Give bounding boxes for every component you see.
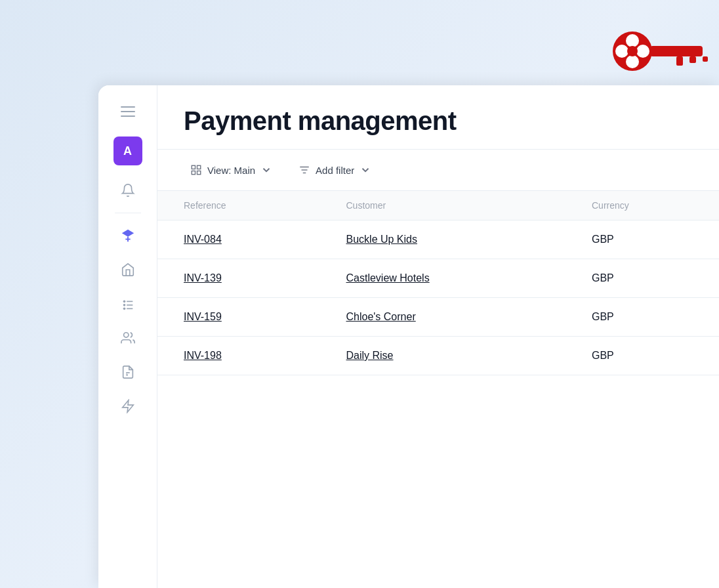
svg-marker-10 (121, 230, 133, 237)
svg-point-3 (615, 45, 628, 58)
sidebar-item-invoices[interactable]: £ (113, 358, 142, 387)
customer-link[interactable]: Daily Rise (346, 350, 394, 361)
cell-currency: GBP (579, 220, 719, 259)
view-selector[interactable]: View: Main (184, 160, 279, 180)
filter-chevron-icon (360, 164, 371, 176)
svg-point-13 (123, 301, 125, 303)
cell-customer: Chloe's Corner (333, 298, 579, 337)
cell-customer: Castleview Hotels (333, 259, 579, 298)
svg-rect-6 (650, 46, 703, 56)
col-header-currency: Currency (579, 191, 719, 220)
app-window: A (98, 85, 719, 588)
table-toolbar: View: Main Add filter (157, 150, 719, 191)
cell-currency: GBP (579, 259, 719, 298)
customer-link[interactable]: Chloe's Corner (346, 311, 416, 322)
notification-icon[interactable] (113, 176, 142, 205)
svg-rect-8 (689, 56, 696, 63)
svg-point-5 (627, 46, 638, 56)
cell-customer: Buckle Up Kids (333, 220, 579, 259)
filter-label: Add filter (316, 165, 354, 176)
reference-link[interactable]: INV-159 (184, 311, 222, 322)
reference-link[interactable]: INV-139 (184, 272, 222, 284)
cell-currency: GBP (579, 337, 719, 375)
page-header: Payment management (157, 85, 719, 150)
cell-reference: INV-198 (157, 337, 333, 375)
payments-table: Reference Customer Currency INV-084Buckl… (157, 191, 719, 375)
svg-rect-7 (676, 56, 683, 66)
table-row: INV-139Castleview HotelsGBP (157, 259, 719, 298)
svg-marker-23 (122, 400, 133, 412)
main-content: Payment management View: Main (157, 85, 719, 588)
svg-point-1 (626, 34, 639, 47)
svg-rect-9 (703, 56, 708, 62)
table-row: INV-159Chloe's CornerGBP (157, 298, 719, 337)
add-filter-button[interactable]: Add filter (292, 160, 378, 180)
cell-customer: Daily Rise (333, 337, 579, 375)
sidebar-item-lightning[interactable] (113, 392, 142, 421)
col-header-customer: Customer (333, 191, 579, 220)
reference-link[interactable]: INV-198 (184, 350, 222, 361)
table-row: INV-084Buckle Up KidsGBP (157, 220, 719, 259)
sidebar-item-home[interactable] (113, 255, 142, 284)
sidebar-divider-1 (115, 213, 141, 213)
view-label: View: Main (207, 165, 255, 176)
svg-point-17 (123, 308, 125, 310)
col-header-reference: Reference (157, 191, 333, 220)
reference-link[interactable]: INV-084 (184, 234, 222, 245)
view-icon (190, 164, 202, 176)
avatar[interactable]: A (113, 136, 142, 165)
svg-rect-26 (192, 171, 195, 175)
key-icon (607, 26, 712, 81)
svg-point-2 (626, 55, 639, 68)
sidebar-item-contacts[interactable] (113, 324, 142, 352)
cell-currency: GBP (579, 298, 719, 337)
menu-button[interactable] (115, 98, 141, 125)
customer-link[interactable]: Buckle Up Kids (346, 234, 418, 245)
svg-point-15 (123, 304, 125, 306)
sidebar-item-tasks[interactable] (113, 289, 142, 318)
cell-reference: INV-084 (157, 220, 333, 259)
sidebar: A (98, 85, 157, 588)
customer-link[interactable]: Castleview Hotels (346, 272, 430, 284)
svg-point-19 (123, 333, 128, 337)
table-row: INV-198Daily RiseGBP (157, 337, 719, 375)
svg-rect-27 (197, 171, 201, 175)
cell-reference: INV-139 (157, 259, 333, 298)
cell-reference: INV-159 (157, 298, 333, 337)
table-area: View: Main Add filter (157, 150, 719, 588)
sidebar-item-filter[interactable] (113, 221, 142, 250)
table-header-row: Reference Customer Currency (157, 191, 719, 220)
svg-rect-24 (192, 165, 195, 169)
filter-icon (298, 164, 310, 176)
page-title: Payment management (184, 106, 693, 136)
view-chevron-icon (260, 164, 272, 176)
svg-rect-25 (197, 165, 201, 169)
svg-point-4 (636, 45, 649, 58)
